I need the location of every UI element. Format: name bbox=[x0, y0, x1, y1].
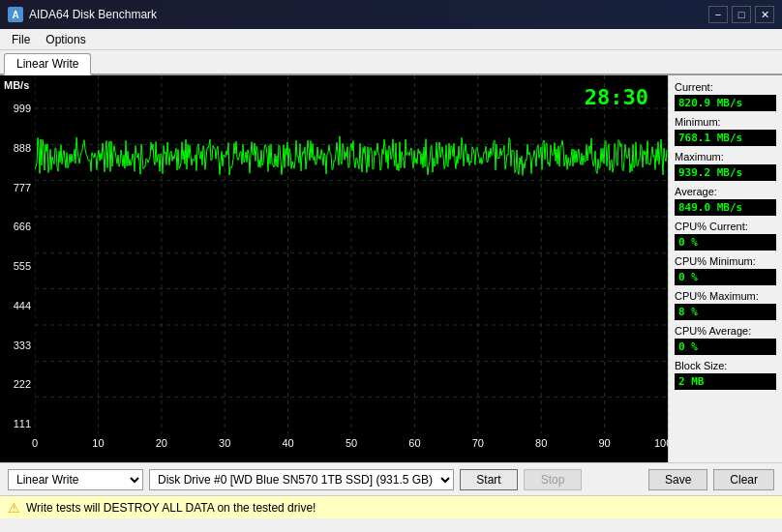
x-label-90: 90 bbox=[598, 437, 610, 449]
x-label-20: 20 bbox=[156, 437, 167, 449]
x-label-50: 50 bbox=[346, 437, 357, 449]
current-label: Current: bbox=[675, 81, 776, 93]
start-button[interactable]: Start bbox=[460, 469, 518, 490]
x-axis: 0 10 20 30 40 50 60 70 80 90 100% bbox=[35, 433, 668, 462]
window-title: AIDA64 Disk Benchmark bbox=[29, 8, 157, 21]
menu-options[interactable]: Options bbox=[38, 31, 93, 48]
title-bar: A AIDA64 Disk Benchmark − □ ✕ bbox=[0, 0, 782, 29]
x-label-10: 10 bbox=[92, 437, 104, 449]
minimum-value: 768.1 MB/s bbox=[675, 130, 776, 146]
y-label-222: 222 bbox=[4, 378, 31, 390]
y-axis-labels: 999 888 777 666 555 444 333 222 111 bbox=[4, 75, 31, 433]
average-value: 849.0 MB/s bbox=[675, 199, 776, 216]
cpu-maximum-value: 8 % bbox=[675, 304, 776, 320]
y-label-666: 666 bbox=[4, 221, 31, 232]
current-value: 820.9 MB/s bbox=[675, 95, 776, 111]
main-content: MB/s 999 888 777 666 555 444 333 222 111… bbox=[0, 75, 782, 462]
warning-bar: ⚠ Write tests will DESTROY ALL DATA on t… bbox=[0, 495, 782, 518]
maximize-button[interactable]: □ bbox=[732, 6, 751, 23]
y-label-999: 999 bbox=[4, 103, 31, 114]
chart-area: MB/s 999 888 777 666 555 444 333 222 111… bbox=[0, 75, 668, 462]
y-label-333: 333 bbox=[4, 340, 31, 351]
y-label-555: 555 bbox=[4, 260, 31, 272]
clear-button[interactable]: Clear bbox=[713, 469, 774, 490]
stats-panel: Current: 820.9 MB/s Minimum: 768.1 MB/s … bbox=[668, 75, 782, 462]
y-label-777: 777 bbox=[4, 182, 31, 193]
drive-select[interactable]: Disk Drive #0 [WD Blue SN570 1TB SSD] (9… bbox=[149, 469, 454, 490]
cpu-current-value: 0 % bbox=[675, 234, 776, 251]
maximum-label: Maximum: bbox=[675, 151, 776, 163]
warning-icon: ⚠ bbox=[8, 500, 20, 516]
x-label-60: 60 bbox=[408, 437, 420, 449]
tab-linear-write[interactable]: Linear Write bbox=[4, 53, 91, 75]
x-label-70: 70 bbox=[472, 437, 484, 449]
x-label-30: 30 bbox=[219, 437, 230, 449]
cpu-average-label: CPU% Average: bbox=[675, 325, 776, 337]
save-button[interactable]: Save bbox=[648, 469, 707, 490]
x-label-80: 80 bbox=[535, 437, 547, 449]
x-label-100: 100% bbox=[654, 437, 668, 449]
window-controls: − □ ✕ bbox=[708, 6, 774, 23]
minimize-button[interactable]: − bbox=[708, 6, 728, 23]
cpu-minimum-label: CPU% Minimum: bbox=[675, 255, 776, 267]
stop-button[interactable]: Stop bbox=[524, 469, 582, 490]
cpu-minimum-value: 0 % bbox=[675, 269, 776, 285]
warning-text: Write tests will DESTROY ALL DATA on the… bbox=[26, 501, 316, 515]
elapsed-time: 28:30 bbox=[585, 85, 648, 109]
x-label-40: 40 bbox=[282, 437, 293, 449]
cpu-maximum-label: CPU% Maximum: bbox=[675, 290, 776, 302]
block-size-value: 2 MB bbox=[675, 373, 776, 390]
waveform-chart bbox=[35, 75, 668, 433]
test-type-dropdown[interactable]: Linear Write bbox=[8, 469, 143, 490]
cpu-average-value: 0 % bbox=[675, 339, 776, 355]
y-label-111: 111 bbox=[4, 418, 31, 429]
minimum-label: Minimum: bbox=[675, 116, 776, 128]
y-label-888: 888 bbox=[4, 142, 31, 154]
maximum-value: 939.2 MB/s bbox=[675, 164, 776, 181]
close-button[interactable]: ✕ bbox=[755, 6, 774, 23]
x-label-0: 0 bbox=[32, 437, 38, 449]
menu-bar: File Options bbox=[0, 29, 782, 50]
menu-file[interactable]: File bbox=[4, 31, 38, 48]
tab-bar: Linear Write bbox=[0, 50, 782, 75]
cpu-current-label: CPU% Current: bbox=[675, 221, 776, 232]
app-icon: A bbox=[8, 7, 23, 22]
block-size-label: Block Size: bbox=[675, 360, 776, 371]
bottom-controls: Linear Write Disk Drive #0 [WD Blue SN57… bbox=[0, 462, 782, 495]
chart-canvas-container bbox=[35, 75, 668, 433]
average-label: Average: bbox=[675, 186, 776, 197]
y-label-444: 444 bbox=[4, 300, 31, 311]
